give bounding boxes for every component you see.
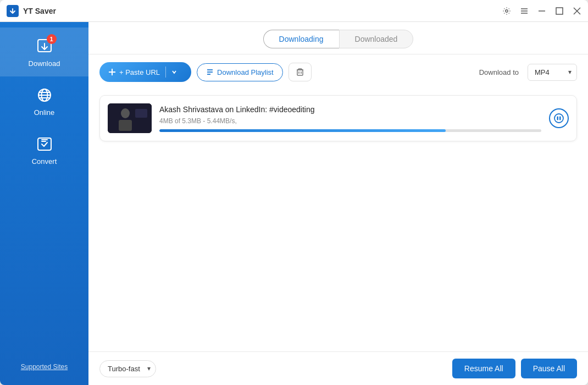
sidebar-item-convert[interactable]: Convert <box>0 125 88 174</box>
progress-bar-background <box>159 129 541 132</box>
bottom-bar: Turbo-fast Fast Normal Slow Resume All P… <box>88 351 588 385</box>
paste-url-dropdown-arrow[interactable] <box>166 69 182 75</box>
plus-icon <box>108 68 116 76</box>
svg-rect-26 <box>119 120 132 131</box>
resume-all-button[interactable]: Resume All <box>452 359 515 378</box>
list-icon <box>206 68 214 76</box>
progress-bar-fill <box>159 129 446 132</box>
table-row: Akash Shrivastava on LinkedIn: #videoedi… <box>99 95 577 141</box>
supported-sites-link[interactable]: Supported Sites <box>21 363 68 371</box>
window-controls <box>502 7 581 15</box>
download-playlist-label: Download Playlist <box>217 68 274 76</box>
format-select[interactable]: MP4 MP3 AVI MOV MKV <box>528 64 577 81</box>
svg-rect-27 <box>135 109 147 118</box>
download-icon: 1 <box>35 36 54 56</box>
svg-rect-6 <box>556 8 563 14</box>
download-list: Akash Shrivastava on LinkedIn: #videoedi… <box>88 90 588 351</box>
maximize-icon[interactable] <box>555 7 564 15</box>
paste-url-label: + Paste URL <box>119 68 160 76</box>
format-select-wrapper: MP4 MP3 AVI MOV MKV <box>528 64 577 81</box>
minimize-icon[interactable] <box>537 7 546 15</box>
svg-point-25 <box>121 108 130 118</box>
close-icon[interactable] <box>573 7 581 15</box>
main-layout: 1 Download Online <box>0 22 588 385</box>
sidebar: 1 Download Online <box>0 22 88 385</box>
tab-bar: Downloading Downloaded <box>88 22 588 54</box>
pause-button[interactable] <box>549 108 569 128</box>
tab-downloaded[interactable]: Downloaded <box>339 30 414 48</box>
download-thumbnail <box>108 103 152 133</box>
svg-rect-30 <box>559 117 561 120</box>
sidebar-item-download-label: Download <box>29 59 60 68</box>
svg-rect-29 <box>557 117 559 120</box>
thumb-overlay <box>108 103 152 133</box>
sidebar-item-download[interactable]: 1 Download <box>0 28 88 76</box>
settings-icon[interactable] <box>502 7 511 15</box>
download-item-info: Akash Shrivastava on LinkedIn: #videoedi… <box>159 105 541 132</box>
toolbar: + Paste URL Download Playlist <box>88 54 588 90</box>
paste-url-button[interactable]: + Paste URL <box>99 62 191 82</box>
title-bar: YT Saver <box>0 0 588 22</box>
download-badge: 1 <box>47 34 57 44</box>
app-window: YT Saver <box>0 0 588 385</box>
pause-icon <box>554 113 564 123</box>
pause-all-button[interactable]: Pause All <box>521 359 577 378</box>
download-meta: 4MB of 5.3MB - 5.44MB/s, <box>159 117 541 125</box>
sidebar-item-online[interactable]: Online <box>0 76 88 125</box>
sidebar-item-convert-label: Convert <box>32 157 57 166</box>
download-title: Akash Shrivastava on LinkedIn: #videoedi… <box>159 105 541 114</box>
download-playlist-button[interactable]: Download Playlist <box>197 63 283 81</box>
speed-select[interactable]: Turbo-fast Fast Normal Slow <box>99 360 156 377</box>
content-area: Downloading Downloaded + Paste URL <box>88 22 588 385</box>
speed-select-wrapper: Turbo-fast Fast Normal Slow <box>99 360 156 377</box>
paste-url-main: + Paste URL <box>108 68 165 76</box>
download-to-label: Download to <box>479 68 519 76</box>
convert-icon <box>35 134 54 154</box>
delete-button[interactable] <box>289 63 312 81</box>
app-logo <box>7 5 19 17</box>
online-icon <box>35 85 54 105</box>
chevron-down-icon <box>171 69 177 75</box>
app-title: YT Saver <box>23 7 502 15</box>
tab-downloading[interactable]: Downloading <box>263 30 339 48</box>
sidebar-bottom: Supported Sites <box>0 356 88 380</box>
menu-icon[interactable] <box>520 7 529 15</box>
trash-icon <box>296 68 304 76</box>
svg-point-28 <box>554 114 563 123</box>
svg-point-1 <box>506 9 508 12</box>
svg-rect-21 <box>297 70 303 75</box>
thumbnail-image <box>108 103 152 133</box>
sidebar-item-online-label: Online <box>34 108 55 117</box>
